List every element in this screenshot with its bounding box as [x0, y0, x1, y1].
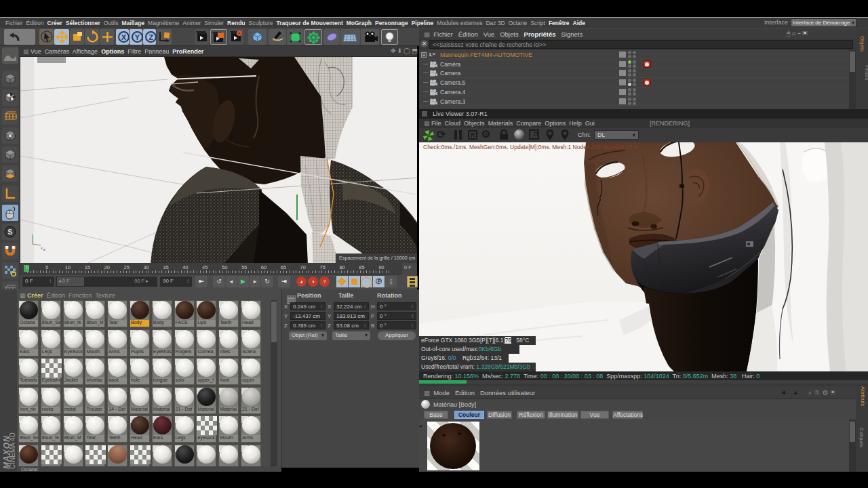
- svg-text:Z: Z: [149, 33, 153, 41]
- svg-text:Y: Y: [135, 33, 140, 41]
- svg-text:z: z: [43, 247, 45, 251]
- svg-text:Check:0ms./1ms. MeshGen:0ms. U: Check:0ms./1ms. MeshGen:0ms. Update[M]:0…: [423, 144, 644, 150]
- svg-text:X: X: [121, 33, 127, 41]
- svg-text:S: S: [7, 228, 12, 236]
- svg-text:x: x: [41, 246, 43, 250]
- svg-text:Espacement de la grille / 1000: Espacement de la grille / 10000 cm: [339, 255, 415, 261]
